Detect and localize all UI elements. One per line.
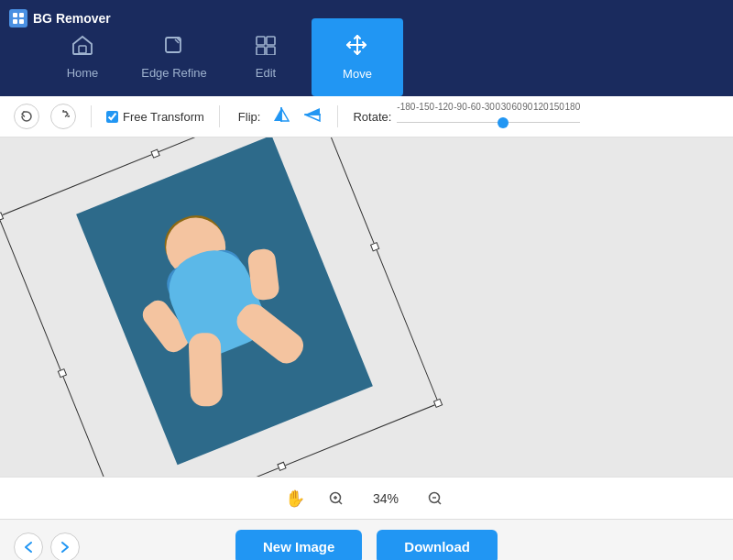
- home-icon: [71, 35, 93, 60]
- handle-right-mid[interactable]: [370, 242, 379, 251]
- flip-vertical-button[interactable]: [302, 107, 323, 126]
- undo-button[interactable]: [14, 104, 39, 129]
- app-title: BG Remover: [33, 11, 111, 26]
- toolbar-separator-2: [219, 105, 220, 127]
- image-background: [76, 137, 373, 465]
- bottom-toolbar: ✋ 34%: [0, 477, 733, 519]
- rotate-slider[interactable]: [397, 114, 580, 132]
- baby-leg-left: [188, 333, 223, 407]
- nav-item-edge-refine[interactable]: Edge Refine: [128, 18, 220, 96]
- free-transform-checkbox-label[interactable]: Free Transform: [106, 110, 204, 124]
- navbar: BG Remover Home Edge Refine: [0, 0, 733, 96]
- edge-refine-icon: [163, 35, 185, 60]
- next-button[interactable]: [50, 533, 80, 561]
- handle-left-mid[interactable]: [58, 368, 67, 378]
- prev-button[interactable]: [14, 533, 43, 561]
- nav-item-move[interactable]: Move: [312, 18, 403, 96]
- app-logo: BG Remover: [9, 9, 111, 27]
- svg-rect-7: [267, 37, 275, 45]
- svg-rect-3: [19, 19, 24, 24]
- svg-line-22: [438, 501, 441, 504]
- svg-rect-4: [79, 46, 86, 53]
- image-container[interactable]: [76, 137, 373, 465]
- app-logo-icon: [9, 9, 27, 27]
- zoom-out-button[interactable]: [422, 486, 448, 511]
- svg-rect-2: [13, 19, 17, 24]
- baby-figure: [104, 171, 339, 437]
- handle-bottom-mid[interactable]: [277, 462, 286, 471]
- new-image-button[interactable]: New Image: [235, 530, 362, 560]
- handle-top-mid[interactable]: [150, 148, 159, 158]
- toolbar-separator-1: [91, 105, 92, 127]
- footer-nav: [14, 533, 80, 561]
- zoom-percent: 34%: [367, 491, 404, 506]
- nav-edge-refine-label: Edge Refine: [141, 66, 207, 80]
- toolbar-separator-3: [337, 105, 338, 127]
- svg-rect-9: [267, 47, 275, 55]
- download-button[interactable]: Download: [377, 530, 498, 560]
- svg-marker-15: [305, 115, 320, 121]
- baby-arm-right: [246, 247, 279, 301]
- rotate-section: Rotate: -180 -150 -120 -90 -60 -30 0 30 …: [353, 102, 580, 132]
- nav-move-label: Move: [343, 67, 372, 81]
- rotate-slider-thumb[interactable]: [498, 117, 509, 128]
- nav-edit-label: Edit: [256, 66, 276, 80]
- nav-home-label: Home: [67, 66, 99, 80]
- svg-marker-10: [274, 108, 281, 121]
- edit-icon: [255, 35, 277, 60]
- svg-rect-0: [13, 13, 17, 17]
- free-transform-label: Free Transform: [123, 110, 204, 124]
- move-icon: [345, 34, 369, 61]
- svg-rect-1: [19, 13, 24, 17]
- svg-marker-12: [281, 108, 289, 121]
- rotate-scale-numbers: -180 -150 -120 -90 -60 -30 0 30 60 90 12…: [397, 102, 580, 112]
- footer: New Image Download: [0, 519, 733, 560]
- redo-button[interactable]: [50, 104, 76, 129]
- svg-line-19: [339, 501, 342, 504]
- svg-rect-6: [257, 37, 265, 45]
- nav-item-edit[interactable]: Edit: [220, 18, 312, 96]
- handle-bottom-right[interactable]: [433, 399, 443, 408]
- flip-horizontal-button[interactable]: [271, 107, 291, 126]
- zoom-in-button[interactable]: [323, 486, 349, 511]
- hand-tool-icon[interactable]: ✋: [285, 489, 305, 509]
- canvas-area: [0, 137, 733, 477]
- handle-top-left[interactable]: [0, 212, 4, 221]
- rotate-slider-wrapper[interactable]: -180 -150 -120 -90 -60 -30 0 30 60 90 12…: [397, 102, 580, 132]
- nav-item-home[interactable]: Home: [37, 18, 128, 96]
- svg-rect-8: [257, 47, 265, 55]
- nav-items: Home Edge Refine Edit: [37, 18, 403, 96]
- toolbar: Free Transform Flip: Rotate: -180 -150 -…: [0, 96, 733, 137]
- rotate-label: Rotate:: [353, 110, 391, 124]
- svg-marker-13: [305, 108, 320, 115]
- free-transform-checkbox[interactable]: [106, 111, 118, 123]
- flip-label: Flip:: [238, 110, 261, 124]
- rotate-slider-line: [397, 122, 580, 123]
